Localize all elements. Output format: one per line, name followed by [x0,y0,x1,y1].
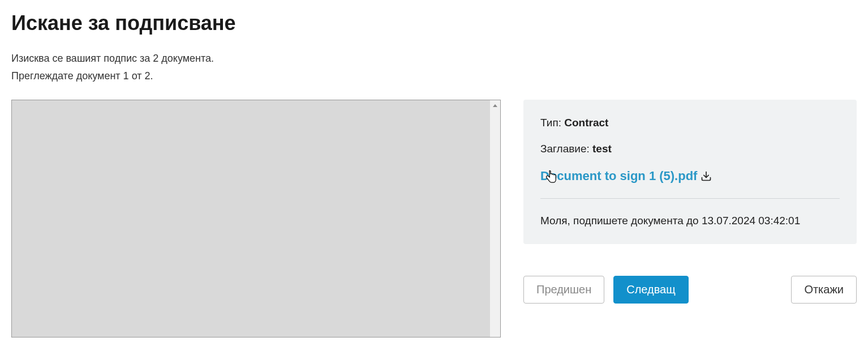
doc-title-value: test [592,143,612,155]
next-button[interactable]: Следващ [613,276,688,304]
navigation-button-row: Предишен Следващ Откажи [523,276,857,304]
doc-type-value: Contract [564,117,608,129]
doc-type-label: Тип: [540,117,564,129]
download-icon [701,170,712,182]
deadline-prefix: Моля, подпишете документа до [540,215,702,227]
deadline-value: 13.07.2024 03:42:01 [702,215,800,227]
document-preview-panel[interactable] [11,100,501,338]
file-name-text: Document to sign 1 (5).pdf [540,169,697,183]
doc-type-line: Тип: Contract [540,117,840,129]
download-file-link[interactable]: Document to sign 1 (5).pdf [540,169,712,183]
doc-title-label: Заглавие: [540,143,592,155]
signature-required-text: Изисква се вашият подпис за 2 документа. [11,51,857,66]
previous-button[interactable]: Предишен [523,276,604,304]
doc-title-line: Заглавие: test [540,143,840,155]
deadline-line: Моля, подпишете документа до 13.07.2024 … [540,215,840,227]
viewing-progress-text: Преглеждате документ 1 от 2. [11,69,857,84]
page-title: Искане за подписване [11,11,857,35]
preview-scrollbar[interactable] [490,100,500,337]
info-divider [540,198,840,199]
document-info-card: Тип: Contract Заглавие: test Document to… [523,100,857,244]
chevron-up-icon [493,104,497,107]
cancel-button[interactable]: Откажи [791,276,857,304]
scroll-up-button[interactable] [490,100,500,110]
